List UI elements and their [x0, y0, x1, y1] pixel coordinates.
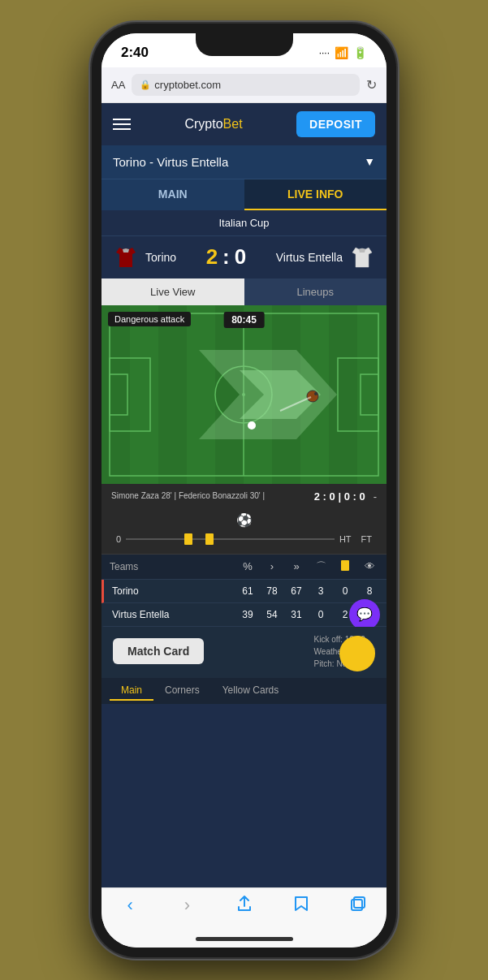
match-selector[interactable]: Torino - Virtus Entella ▼	[101, 145, 387, 179]
tabs-row: MAIN LIVE INFO	[101, 179, 387, 210]
svg-point-25	[248, 421, 256, 430]
yellow-card-marker-2	[205, 533, 214, 545]
ios-tabs-tab[interactable]	[330, 891, 387, 921]
svg-marker-1	[123, 248, 129, 253]
svg-rect-8	[215, 305, 244, 484]
timeline-label-ht: HT	[335, 534, 356, 544]
promo-circle[interactable]	[339, 636, 375, 671]
stats-teams-label: Teams	[110, 561, 187, 572]
browser-url-box[interactable]: 🔒 cryptobet.com	[132, 74, 360, 96]
stat-icon-double-arrow: »	[287, 560, 305, 572]
logo-crypto: Crypto	[184, 117, 222, 132]
stat-val-a-1: 39	[239, 609, 257, 620]
page-score-tabs: Main Corners Yellow Cards	[101, 678, 387, 704]
ios-bottom-tabs: ‹ ›	[101, 887, 387, 937]
chat-button[interactable]: 💬	[349, 599, 380, 630]
stats-row-home: Torino 61 78 67 3 0 8	[101, 580, 387, 603]
wifi-icon: 📶	[335, 46, 348, 59]
logo: Crypto Bet	[184, 117, 242, 132]
stat-val-h-2: 78	[263, 585, 281, 597]
stat-val-a-2: 54	[263, 609, 281, 620]
timeline-label-ft: FT	[356, 534, 377, 544]
ios-bookmarks-tab[interactable]	[273, 891, 330, 921]
view-tabs: Live View Lineups	[101, 278, 387, 305]
status-icons: ···· 📶 🔋	[319, 46, 367, 59]
home-bar	[196, 937, 293, 941]
status-time: 2:40	[121, 45, 149, 61]
ios-back-tab[interactable]: ‹	[101, 891, 158, 921]
stats-row-away: Virtus Entella 39 54 31 0 2 2 💬	[101, 603, 387, 627]
stats-dash: -	[374, 490, 377, 503]
tab-live-view[interactable]: Live View	[101, 278, 244, 305]
soccer-icon: ⚽	[111, 512, 377, 528]
svg-rect-6	[101, 305, 130, 484]
lock-icon: 🔒	[140, 80, 151, 90]
score-display: 2 : 0	[206, 244, 247, 270]
stat-icon-arrow: ›	[263, 560, 281, 572]
stats-table: Teams % › » ⌒ 👁 Torino 61 78	[101, 555, 387, 627]
signal-icon: ····	[319, 47, 330, 58]
stats-score-mid: 2 : 0 | 0 : 0	[306, 490, 374, 503]
match-card-button[interactable]: Match Card	[113, 638, 204, 664]
app-header: Crypto Bet DEPOSIT	[101, 103, 387, 145]
svg-marker-3	[359, 248, 365, 253]
danger-badge: Dangerous attack	[108, 312, 191, 326]
deposit-button[interactable]: DEPOSIT	[296, 111, 375, 137]
stat-val-h-3: 67	[287, 585, 305, 597]
stats-header-icons: % › » ⌒ 👁	[187, 559, 378, 574]
tab-lineups[interactable]: Lineups	[244, 278, 387, 305]
svg-rect-7	[158, 305, 187, 484]
stat-icon-yellow	[336, 560, 354, 573]
forward-icon: ›	[184, 895, 190, 916]
page-tab-corners[interactable]: Corners	[153, 681, 211, 701]
bottom-bar: Match Card Kick off: 12:00 Weather: Norm…	[101, 627, 387, 678]
away-team: Virtus Entella	[276, 244, 375, 270]
stats-score-row: Simone Zaza 28' | Federico Bonazzoli 30'…	[101, 484, 387, 509]
svg-point-23	[314, 392, 317, 395]
stat-val-h-6: 8	[361, 585, 378, 597]
hamburger-menu[interactable]	[113, 119, 131, 130]
home-jersey-icon	[113, 244, 139, 270]
stats-table-header: Teams % › » ⌒ 👁	[101, 555, 387, 580]
page-tab-main[interactable]: Main	[110, 681, 153, 701]
stats-scorers: Simone Zaza 28' | Federico Bonazzoli 30'…	[111, 490, 306, 502]
home-indicator	[101, 937, 387, 948]
away-team-name: Virtus Entella	[276, 251, 343, 264]
stat-val-h-1: 61	[239, 585, 257, 597]
pitch-svg	[101, 305, 387, 484]
home-team-stat: Torino	[112, 585, 188, 597]
browser-url: cryptobet.com	[154, 79, 221, 91]
pitch-container: Dangerous attack 80:45	[101, 305, 387, 484]
match-selector-title: Torino - Virtus Entella	[113, 155, 228, 169]
back-icon: ‹	[127, 895, 132, 916]
refresh-icon[interactable]: ↻	[366, 77, 377, 93]
ios-share-tab[interactable]	[215, 891, 272, 921]
battery-icon: 🔋	[353, 46, 367, 59]
stat-val-h-4: 3	[312, 585, 330, 597]
stat-val-a-4: 0	[312, 609, 330, 620]
live-content: Italian Cup Torino 2 : 0 Virtus	[101, 210, 387, 887]
tabs-icon	[349, 895, 367, 917]
ios-forward-tab[interactable]: ›	[158, 891, 215, 921]
stat-icon-pct: %	[239, 560, 257, 572]
home-team-name: Torino	[145, 251, 176, 264]
page-tab-yellow-cards[interactable]: Yellow Cards	[211, 681, 291, 701]
browser-bar: AA 🔒 cryptobet.com ↻	[101, 67, 387, 103]
home-score: 2	[206, 244, 218, 270]
stat-icon-eye: 👁	[361, 560, 378, 572]
stat-val-h-5: 0	[336, 585, 354, 597]
svg-rect-27	[354, 897, 365, 908]
browser-aa-label[interactable]: AA	[111, 79, 125, 91]
home-stat-values: 61 78 67 3 0 8	[188, 585, 378, 597]
away-score: 0	[235, 244, 246, 270]
score-separator: :	[222, 244, 230, 270]
share-icon	[235, 895, 253, 917]
yellow-card-marker-1	[184, 533, 192, 545]
tab-main[interactable]: MAIN	[101, 179, 244, 210]
competition-name: Italian Cup	[101, 210, 387, 236]
tab-liveinfo[interactable]: LIVE INFO	[244, 179, 387, 210]
timeline-line	[126, 538, 335, 540]
away-jersey-icon	[349, 244, 375, 270]
timeline-bar: 0 HT FT	[111, 531, 377, 547]
logo-bet: Bet	[223, 117, 243, 132]
